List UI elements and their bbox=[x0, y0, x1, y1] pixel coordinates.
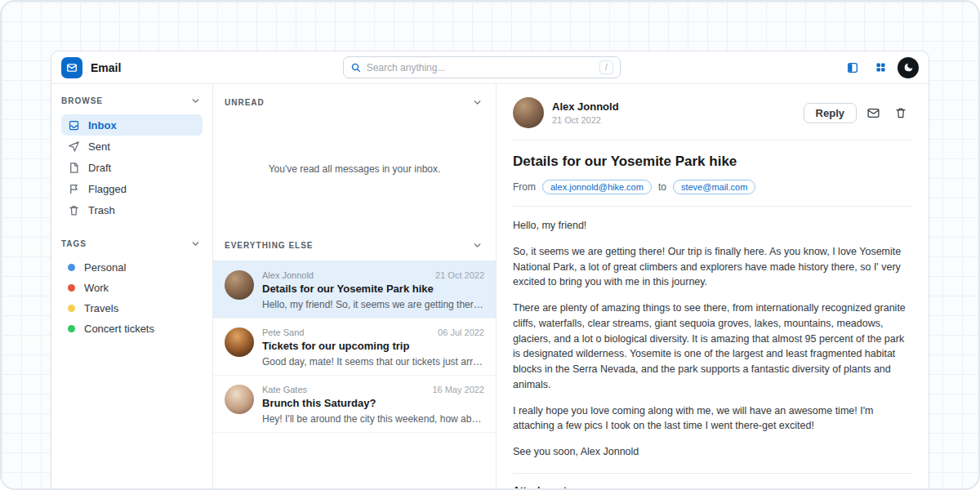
search-input[interactable] bbox=[367, 62, 594, 74]
avatar bbox=[225, 270, 254, 300]
reader-header: Alex Jonnold 21 Oct 2022 Reply bbox=[513, 97, 912, 128]
search-box[interactable]: / bbox=[343, 56, 621, 78]
email-title: Brunch this Saturday? bbox=[262, 397, 484, 409]
sidebar-item-label: Trash bbox=[88, 204, 115, 216]
app-logo bbox=[61, 57, 82, 78]
sidebar-item-label: Inbox bbox=[88, 119, 117, 131]
sidebar-item-label: Draft bbox=[88, 162, 111, 174]
email-list-item[interactable]: Kate Gates 16 May 2022 Brunch this Satur… bbox=[213, 376, 496, 433]
sidebar-item-label: Sent bbox=[88, 140, 110, 153]
tags-label: TAGS bbox=[61, 239, 87, 248]
email-body: Hello, my friend! So, it seems we are ge… bbox=[513, 218, 912, 460]
body-paragraph: So, it seems we are getting there! Our t… bbox=[513, 244, 912, 290]
tag-item-work[interactable]: Work bbox=[61, 278, 203, 298]
browse-label: BROWSE bbox=[61, 96, 103, 105]
everything-else-label: EVERYTHING ELSE bbox=[225, 241, 314, 250]
search-shortcut-badge: / bbox=[599, 60, 613, 74]
tag-item-concert-tickets[interactable]: Concert tickets bbox=[61, 318, 203, 339]
tag-color-dot bbox=[68, 284, 75, 292]
email-date: 16 May 2022 bbox=[432, 385, 484, 394]
email-title: Details for our Yosemite Park hike bbox=[262, 283, 484, 295]
from-to-row: From alex.jonnold@hike.com to steve@mail… bbox=[513, 180, 912, 194]
apps-grid-button[interactable] bbox=[870, 57, 891, 78]
everything-else-section-header: EVERYTHING ELSE bbox=[213, 229, 496, 261]
body-paragraph: I really hope you love coming along with… bbox=[513, 403, 912, 434]
sidebar-item-flagged[interactable]: Flagged bbox=[61, 178, 203, 199]
avatar bbox=[513, 97, 544, 128]
body-paragraph: There are plenty of amazing things to se… bbox=[513, 301, 912, 393]
chevron-down-icon bbox=[190, 238, 201, 249]
theme-toggle-button[interactable] bbox=[898, 57, 919, 78]
browse-collapse-button[interactable] bbox=[189, 94, 203, 108]
avatar bbox=[225, 327, 254, 357]
tag-list: Personal Work Travels Concert tickets bbox=[61, 257, 203, 339]
trash-icon bbox=[68, 204, 80, 216]
reader-actions: Reply bbox=[804, 101, 912, 124]
inbox-icon bbox=[68, 119, 80, 131]
from-email-chip[interactable]: alex.jonnold@hike.com bbox=[542, 180, 652, 194]
email-list: Alex Jonnold 21 Oct 2022 Details for our… bbox=[213, 261, 496, 433]
email-title: Tickets for our upcoming trip bbox=[262, 340, 484, 352]
email-date: 06 Jul 2022 bbox=[438, 327, 484, 337]
envelope-icon bbox=[866, 106, 880, 120]
divider bbox=[513, 140, 912, 140]
attachments-label: Attachments bbox=[513, 485, 912, 488]
send-icon bbox=[68, 140, 80, 153]
email-snippet: Hey! I'll be around the city this weeken… bbox=[262, 413, 484, 425]
email-list-item[interactable]: Alex Jonnold 21 Oct 2022 Details for our… bbox=[213, 261, 496, 318]
tags-collapse-button[interactable] bbox=[189, 237, 203, 251]
moon-icon bbox=[903, 62, 914, 73]
email-subject: Details for our Yosemite Park hike bbox=[513, 154, 912, 170]
sidebar-item-label: Flagged bbox=[88, 183, 127, 195]
flag-icon bbox=[68, 183, 80, 195]
app-title: Email bbox=[91, 61, 121, 74]
tag-label: Work bbox=[84, 282, 109, 294]
email-meta: Pete Sand 06 Jul 2022 Tickets for our up… bbox=[262, 327, 484, 368]
chevron-down-icon bbox=[472, 97, 483, 108]
draft-icon bbox=[68, 162, 80, 174]
everything-else-collapse-button[interactable] bbox=[470, 238, 484, 252]
sidebar-item-draft[interactable]: Draft bbox=[61, 157, 203, 178]
tag-item-travels[interactable]: Travels bbox=[61, 298, 203, 318]
to-label: to bbox=[658, 181, 666, 193]
from-label: From bbox=[513, 181, 536, 193]
folder-list: Inbox Sent Draft bbox=[61, 114, 203, 220]
email-meta: Kate Gates 16 May 2022 Brunch this Satur… bbox=[262, 385, 484, 425]
search-area: / bbox=[129, 56, 834, 78]
tag-label: Personal bbox=[84, 261, 126, 274]
reader-sender-name: Alex Jonnold bbox=[552, 100, 619, 113]
email-sender: Pete Sand bbox=[262, 327, 304, 337]
delete-button[interactable] bbox=[889, 101, 912, 124]
tag-color-dot bbox=[68, 325, 75, 332]
email-meta: Alex Jonnold 21 Oct 2022 Details for our… bbox=[262, 270, 484, 310]
forward-mail-button[interactable] bbox=[862, 101, 884, 124]
sidebar-item-sent[interactable]: Sent bbox=[61, 136, 203, 157]
body-paragraph: See you soon, Alex Jonnold bbox=[513, 444, 912, 460]
unread-empty-message: You've read all messages in your inbox. bbox=[213, 116, 496, 229]
tag-color-dot bbox=[68, 305, 75, 312]
app-content: BROWSE Inbox bbox=[51, 84, 929, 488]
sidebar-item-inbox[interactable]: Inbox bbox=[61, 114, 203, 136]
reply-button[interactable]: Reply bbox=[804, 103, 857, 123]
chevron-down-icon bbox=[472, 240, 483, 251]
tag-item-personal[interactable]: Personal bbox=[61, 257, 203, 278]
email-date: 21 Oct 2022 bbox=[435, 270, 484, 280]
tag-label: Travels bbox=[84, 302, 118, 314]
panel-toggle-button[interactable] bbox=[842, 57, 863, 78]
app-header: Email / bbox=[51, 51, 929, 84]
tag-label: Concert tickets bbox=[84, 323, 154, 335]
body-paragraph: Hello, my friend! bbox=[513, 218, 912, 234]
sidebar-item-trash[interactable]: Trash bbox=[61, 199, 203, 220]
to-email-chip[interactable]: steve@mail.com bbox=[673, 180, 755, 194]
sidebar: BROWSE Inbox bbox=[51, 84, 213, 488]
mail-list-pane: UNREAD You've read all messages in your … bbox=[213, 84, 497, 488]
trash-icon bbox=[894, 106, 907, 119]
browse-section-header: BROWSE bbox=[61, 94, 203, 108]
avatar bbox=[225, 385, 254, 414]
unread-collapse-button[interactable] bbox=[470, 96, 484, 109]
email-list-item[interactable]: Pete Sand 06 Jul 2022 Tickets for our up… bbox=[213, 318, 496, 376]
email-sender: Kate Gates bbox=[262, 385, 307, 394]
search-icon bbox=[350, 62, 361, 73]
reading-pane: Alex Jonnold 21 Oct 2022 Reply De bbox=[497, 84, 929, 488]
desktop-background: Email / bbox=[0, 0, 980, 490]
